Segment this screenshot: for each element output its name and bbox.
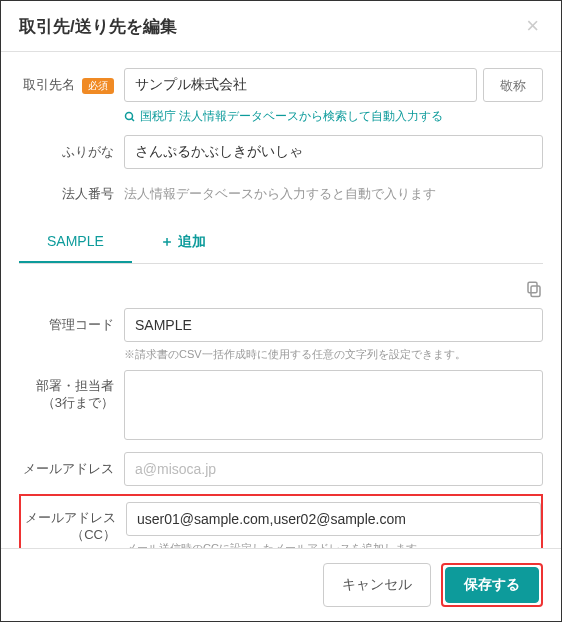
cc-input[interactable] (126, 502, 541, 536)
row-code: 管理コード ※請求書のCSV一括作成時に使用する任意の文字列を設定できます。 (19, 308, 543, 363)
row-furigana: ふりがな (19, 135, 543, 169)
modal-title: 取引先/送り先を編集 (19, 15, 177, 38)
copy-icon[interactable] (525, 280, 543, 298)
close-icon: × (526, 13, 539, 38)
row-houjin: 法人番号 法人情報データベースから入力すると自動で入ります (19, 177, 543, 203)
code-input[interactable] (124, 308, 543, 342)
svg-line-1 (132, 118, 135, 121)
svg-rect-2 (531, 286, 540, 297)
row-email: メールアドレス (19, 452, 543, 486)
save-button[interactable]: 保存する (445, 567, 539, 603)
modal-footer: キャンセル 保存する (1, 548, 561, 621)
copy-row (19, 274, 543, 308)
cc-label: メールアドレス （CC） (21, 502, 126, 544)
search-icon (124, 111, 136, 123)
dept-textarea[interactable] (124, 370, 543, 440)
email-label: メールアドレス (19, 452, 124, 478)
cancel-button[interactable]: キャンセル (323, 563, 431, 607)
dept-label: 部署・担当者 （3行まで） (19, 370, 124, 412)
houjin-label: 法人番号 (19, 177, 124, 203)
tab-sample[interactable]: SAMPLE (19, 223, 132, 263)
row-dept: 部署・担当者 （3行まで） (19, 370, 543, 444)
svg-rect-3 (528, 282, 537, 293)
honorific-input[interactable] (483, 68, 543, 102)
email-input[interactable] (124, 452, 543, 486)
code-help: ※請求書のCSV一括作成時に使用する任意の文字列を設定できます。 (124, 346, 543, 363)
tabs: SAMPLE ＋ 追加 (19, 223, 543, 264)
edit-contact-modal: 取引先/送り先を編集 × 取引先名 必須 国税庁 法人情報データベースから検索し… (1, 1, 561, 621)
modal-body: 取引先名 必須 国税庁 法人情報データベースから検索して自動入力する ふりがな (1, 52, 561, 548)
name-input[interactable] (124, 68, 477, 102)
save-highlight: 保存する (441, 563, 543, 607)
db-search-link[interactable]: 国税庁 法人情報データベースから検索して自動入力する (124, 108, 443, 125)
row-name: 取引先名 必須 国税庁 法人情報データベースから検索して自動入力する (19, 68, 543, 127)
furigana-input[interactable] (124, 135, 543, 169)
required-badge: 必須 (82, 78, 114, 94)
modal-header: 取引先/送り先を編集 × (1, 1, 561, 52)
tab-add[interactable]: ＋ 追加 (132, 223, 234, 263)
name-label: 取引先名 必須 (19, 68, 124, 94)
svg-point-0 (126, 112, 133, 119)
furigana-label: ふりがな (19, 135, 124, 161)
close-button[interactable]: × (522, 13, 543, 39)
code-label: 管理コード (19, 308, 124, 334)
houjin-hint: 法人情報データベースから入力すると自動で入ります (124, 177, 543, 203)
row-cc: メールアドレス （CC） メール送信時のCCに設定したメールアドレスを追加します… (21, 502, 541, 548)
cc-highlight: メールアドレス （CC） メール送信時のCCに設定したメールアドレスを追加します… (19, 494, 543, 548)
cc-help: メール送信時のCCに設定したメールアドレスを追加します。 複数ある場合はカンマ区… (126, 540, 541, 548)
